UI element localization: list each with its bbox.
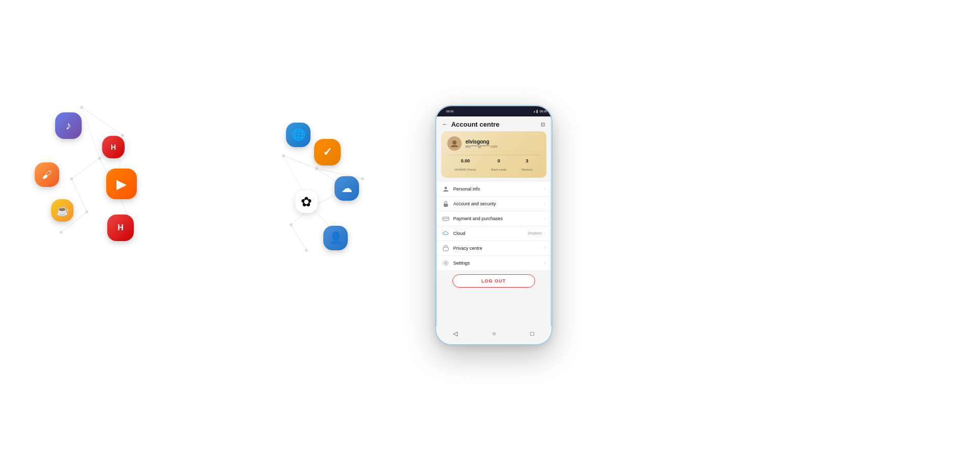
inshot-icon: ▶ [116,176,127,192]
phone-screen: ← Account centre ⊡ elvisgong [437,116,550,326]
music-icon: ♪ [66,119,71,132]
svg-line-25 [283,156,317,169]
page-title: Account centre [451,121,499,128]
nav-home-button[interactable]: ○ [492,330,496,337]
devices-value: 3 [521,158,532,163]
app-icon-globe: 🌐 [286,123,310,147]
points-label: HUAWEI Points [455,168,476,171]
svg-point-2 [98,157,101,160]
svg-rect-38 [443,247,448,251]
cloud-status: Disabled [528,231,541,235]
svg-point-34 [444,186,447,189]
svg-line-8 [82,107,123,135]
menu-item-personal-info[interactable]: Personal info › [437,182,550,197]
menu-item-cloud[interactable]: Cloud Disabled › [437,226,550,241]
devices-label: Devices [521,168,532,171]
phone-device: 08:00 ▲ ▌ 08:00 ← Account centre ⊡ [435,105,552,345]
personal-info-arrow: › [544,186,545,191]
globe-icon: 🌐 [292,128,305,141]
app-icon-paint: 🖌 [35,162,59,187]
svg-point-7 [60,231,63,234]
flower-icon: ✿ [301,194,312,210]
svg-point-5 [85,210,88,214]
svg-point-1 [121,134,124,137]
phone-body: 08:00 ▲ ▌ 08:00 ← Account centre ⊡ [435,105,552,345]
status-time-right: 08:00 [539,110,547,113]
stat-huawei-points: 0.00 HUAWEI Points [455,158,476,173]
svg-point-39 [444,262,446,264]
profile-username: elvisgong [465,139,497,145]
account-security-label: Account and security [453,201,543,206]
menu-list: Personal info › Account and security › [437,182,550,270]
battery-icon: ▌ [537,110,539,113]
app-icon-inshot: ▶ [106,169,137,199]
menu-item-payment[interactable]: Payment and purchases › [437,211,550,226]
profile-email: elvi*****@******.com [465,145,497,148]
header-left: ← Account centre [442,121,499,128]
svg-point-3 [70,177,73,180]
stat-devices: 3 Devices [521,158,532,173]
svg-point-0 [80,106,83,109]
profile-top: elvisgong elvi*****@******.com [447,136,540,151]
svg-point-24 [361,177,364,180]
app-icon-music: ♪ [55,112,82,139]
svg-line-12 [71,179,87,212]
profile-stats: 0.00 HUAWEI Points 0 Bank cards 3 Device… [447,155,540,173]
coffee-icon: ☕ [56,204,69,217]
status-icons: ▲ ▌ 08:00 [533,110,547,113]
avatar [447,136,461,151]
app-icon-flower: ✿ [295,191,318,213]
privacy-icon [442,245,449,252]
svg-line-15 [82,107,100,158]
svg-line-10 [71,158,100,179]
huawei-red-icon: H [117,223,124,232]
logout-button[interactable]: LOG OUT [452,274,535,288]
cards-label: Bank cards [491,168,507,171]
phone-notch [483,106,504,112]
privacy-arrow: › [544,246,545,250]
cloud-icon: ☁ [341,182,352,195]
svg-rect-35 [443,204,447,207]
cards-value: 0 [491,158,507,163]
app-icon-huawei-red: H [107,215,134,241]
points-value: 0.00 [455,158,476,163]
svg-point-23 [305,249,308,252]
card-icon [442,215,449,222]
menu-item-privacy[interactable]: Privacy centre › [437,241,550,256]
settings-arrow: › [544,260,545,265]
lock-icon [442,200,449,207]
contacts-icon: 👤 [329,231,343,245]
personal-info-label: Personal info [453,186,543,192]
payment-label: Payment and purchases [453,216,543,221]
privacy-label: Privacy centre [453,246,543,251]
expand-button[interactable]: ⊡ [541,122,545,127]
profile-info: elvisgong elvi*****@******.com [465,139,497,148]
svg-point-33 [452,140,456,145]
nav-back-button[interactable]: ◁ [453,330,458,337]
svg-point-21 [290,223,293,226]
svg-line-30 [291,225,306,250]
cloud-arrow: › [544,231,545,235]
settings-icon [442,259,449,267]
nav-recent-button[interactable]: □ [530,330,534,337]
payment-arrow: › [544,216,545,221]
menu-item-settings[interactable]: Settings › [437,256,550,270]
app-icon-task: ✓ [314,139,341,165]
phone-navigation: ◁ ○ □ [436,326,551,344]
signal-icon: ▲ [533,110,536,113]
cloud-menu-icon [442,230,449,237]
status-time: 08:00 [446,110,453,113]
app-icon-huawei-store: H [102,136,125,158]
app-icon-cloud: ☁ [334,176,359,201]
settings-label: Settings [453,260,543,266]
menu-item-account-security[interactable]: Account and security › [437,197,550,211]
back-button[interactable]: ← [442,121,448,128]
svg-point-18 [315,167,318,170]
huawei-store-icon: H [111,143,116,151]
cloud-label: Cloud [453,231,528,236]
task-icon: ✓ [323,146,332,159]
svg-point-17 [282,154,285,157]
profile-card[interactable]: elvisgong elvi*****@******.com 0.00 HUAW… [441,131,546,178]
paint-icon: 🖌 [42,169,52,181]
app-icon-coffee: ☕ [51,199,74,222]
